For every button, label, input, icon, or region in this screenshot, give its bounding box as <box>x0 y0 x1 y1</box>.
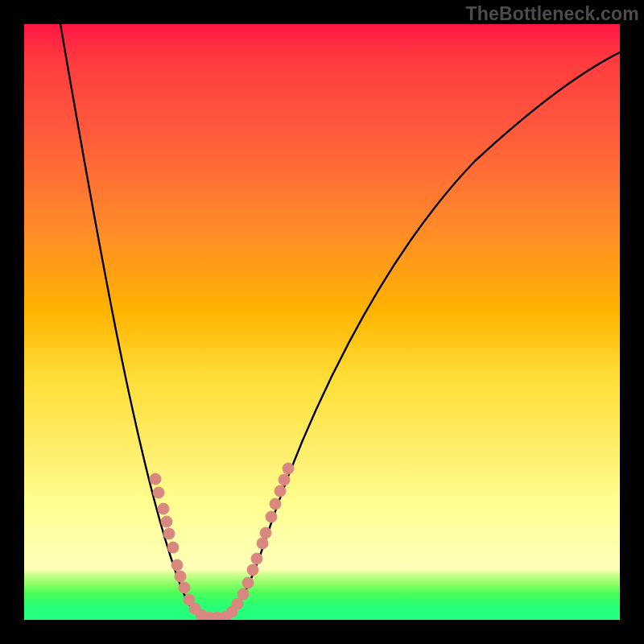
highlight-bead <box>257 538 268 549</box>
highlight-bead <box>275 485 286 497</box>
highlight-bead <box>158 503 169 514</box>
highlight-bead <box>171 559 183 571</box>
bottleneck-curve <box>60 24 620 616</box>
highlight-bead <box>260 527 271 539</box>
highlight-bead <box>153 487 164 498</box>
chart-frame <box>24 24 620 620</box>
highlight-beads-group <box>150 463 294 620</box>
highlight-bead <box>279 474 290 485</box>
highlight-bead <box>266 511 277 522</box>
highlight-bead <box>283 463 294 474</box>
highlight-bead <box>179 582 190 593</box>
highlight-bead <box>150 473 161 485</box>
highlight-bead <box>167 542 179 553</box>
highlight-bead <box>247 564 258 576</box>
highlight-bead <box>163 528 175 539</box>
highlight-bead <box>251 553 262 564</box>
highlight-bead <box>175 571 186 582</box>
highlight-bead <box>270 498 281 510</box>
highlight-bead <box>237 588 249 600</box>
bottleneck-curve-plot <box>24 24 620 620</box>
watermark-text: TheBottleneck.com <box>465 3 639 25</box>
highlight-bead <box>161 516 172 527</box>
highlight-bead <box>242 577 254 588</box>
